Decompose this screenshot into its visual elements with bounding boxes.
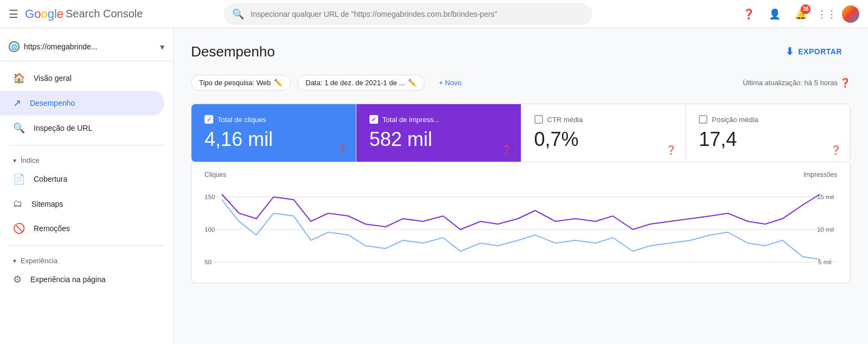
help-button[interactable]: ❓ [738,3,760,25]
globe-icon: 🌐 [9,41,20,52]
add-filter-button[interactable]: + Novo [431,75,469,90]
removals-icon: 🚫 [13,222,25,234]
home-icon: 🏠 [13,72,25,84]
metric-value-position: 17,4 [699,128,837,151]
metric-value-impressions: 582 mil [369,128,508,151]
metric-card-clicks[interactable]: Total de cliques 4,16 mil ❓ [192,104,356,162]
help-icon: ❓ [743,8,755,20]
sidebar-item-label: Inspeção de URL [34,124,92,132]
notification-count: 38 [801,4,810,14]
topbar-right: ❓ 👤 🔔 38 ⋮⋮ [738,3,859,25]
y-tick-10mil: 10 mil [817,226,834,233]
metric-label: Posição média [712,116,758,124]
sidebar-item-label: Experiência na página [30,275,106,284]
trending-icon: ↗ [13,97,21,109]
sidebar-item-label: Desempenho [30,99,75,107]
y-tick-100: 100 [205,226,215,233]
sidebar-item-coverage[interactable]: 📄 Cobertura [0,167,164,192]
metric-label: CTR média [547,116,583,124]
chevron-icon: ▾ [13,257,16,265]
grid-icon: ⋮⋮ [817,8,837,20]
topbar-left: ☰ Google Search Console [9,7,215,21]
help-icon[interactable]: ❓ [840,78,851,88]
y-tick-150: 150 [205,194,215,200]
metric-header: Posição média [699,115,837,124]
site-selector[interactable]: 🌐 https://omegabrinde... ▾ [0,37,173,61]
index-section-header[interactable]: ▾ Índice [0,150,173,167]
sidebar-item-url-inspection[interactable]: 🔍 Inspeção de URL [0,116,164,141]
chart-container: Cliques Impressões 150 100 50 15 mil 10 … [191,162,851,283]
metric-value-ctr: 0,7% [534,128,673,151]
topbar: ☰ Google Search Console 🔍 ❓ 👤 🔔 38 ⋮⋮ [0,0,868,28]
metric-label: Total de cliques [218,116,266,124]
metric-card-impressions[interactable]: Total de impress... 582 mil ❓ [356,104,521,162]
export-button[interactable]: ⬇ EXPORTAR [777,41,851,62]
search-type-filter[interactable]: Tipo de pesquisa: Web ✏️ [191,75,291,91]
page-title: Desempenho [191,43,275,60]
last-update-info: Última atualização: há 5 horas ❓ [743,78,851,88]
add-filter-label: + Novo [439,79,462,87]
sidebar-item-overview[interactable]: 🏠 Visão geral [0,66,164,91]
product-name: Search Console [66,8,143,20]
chart-area: 150 100 50 15 mil 10 mil 5 mil [205,181,837,278]
help-icon[interactable]: ❓ [831,145,841,155]
account-icon: 👤 [769,8,781,20]
y-tick-5mil: 5 mil [818,259,832,265]
metric-header: Total de impress... [369,115,508,124]
metric-checkbox-position[interactable] [699,115,707,124]
metric-header: CTR média [534,115,673,124]
performance-chart: 150 100 50 15 mil 10 mil 5 mil [205,181,837,278]
export-label: EXPORTAR [798,47,842,56]
edit-icon: ✏️ [274,79,283,87]
site-url: https://omegabrinde... [24,42,156,51]
chart-y-label-left: Cliques [205,171,226,179]
logo: Google Search Console [25,7,143,21]
sidebar-item-label: Visão geral [34,74,72,82]
sitemaps-icon: 🗂 [13,198,23,209]
metric-checkbox-impressions[interactable] [369,115,378,124]
metric-card-position[interactable]: Posição média 17,4 ❓ [686,104,850,162]
sidebar: 🌐 https://omegabrinde... ▾ 🏠 Visão geral… [0,28,174,344]
y-tick-50: 50 [205,259,212,265]
section-label: Índice [21,156,40,164]
search-nav-icon: 🔍 [13,122,25,134]
experience-section-header[interactable]: ▾ Experiência [0,250,173,267]
date-range-filter[interactable]: Data: 1 de dez. de 2021-1 de ... ✏️ [297,75,425,91]
metrics-row: Total de cliques 4,16 mil ❓ Total de imp… [191,104,851,162]
sidebar-item-page-experience[interactable]: ⚙ Experiência na página [0,267,164,292]
apps-button[interactable]: ⋮⋮ [816,3,838,25]
nav-divider-1 [9,145,164,145]
filter-bar: Tipo de pesquisa: Web ✏️ Data: 1 de dez.… [191,75,851,91]
help-icon[interactable]: ❓ [666,145,676,155]
section-label: Experiência [21,257,58,265]
metric-checkbox-ctr[interactable] [534,115,543,124]
sidebar-item-label: Remoções [34,224,70,233]
last-update-text: Última atualização: há 5 horas [743,79,838,87]
sidebar-item-performance[interactable]: ↗ Desempenho [0,91,164,116]
experience-icon: ⚙ [13,273,22,285]
help-icon[interactable]: ❓ [501,145,512,155]
nav-divider-2 [9,245,164,246]
metric-label: Total de impress... [382,116,440,124]
account-settings-button[interactable]: 👤 [764,3,786,25]
main-content: Desempenho ⬇ EXPORTAR Tipo de pesquisa: … [174,28,868,344]
menu-icon[interactable]: ☰ [9,8,18,21]
edit-icon: ✏️ [408,79,417,87]
search-input[interactable] [251,10,584,18]
filter-label: Tipo de pesquisa: Web [199,79,271,87]
sidebar-item-removals[interactable]: 🚫 Remoções [0,216,164,241]
metric-value-clicks: 4,16 mil [205,128,343,151]
file-icon: 📄 [13,173,25,185]
chevron-icon: ▾ [13,157,16,164]
download-icon: ⬇ [786,46,794,58]
search-bar[interactable]: 🔍 [224,3,592,25]
impressions-line [222,194,820,230]
notifications-button[interactable]: 🔔 38 [790,3,812,25]
avatar[interactable] [842,5,859,23]
sidebar-item-label: Cobertura [34,175,67,183]
metric-checkbox-clicks[interactable] [205,115,213,124]
metric-card-ctr[interactable]: CTR média 0,7% ❓ [521,104,686,162]
help-icon[interactable]: ❓ [336,145,347,155]
chart-y-label-right: Impressões [803,171,837,179]
sidebar-item-sitemaps[interactable]: 🗂 Sitemaps [0,192,164,216]
